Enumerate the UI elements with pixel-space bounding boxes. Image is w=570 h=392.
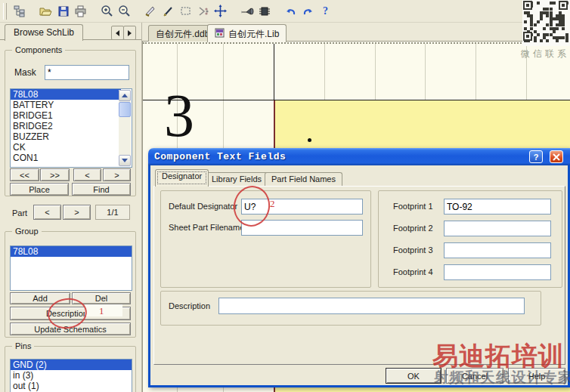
qr-code [522,0,570,46]
find-button[interactable]: Find [72,183,131,196]
move-cross-icon[interactable] [212,3,229,20]
footprint-fields-group: Footprint 1 Footprint 2 Footprint 3 Foot… [378,190,562,288]
scrollbar-thumb[interactable] [119,102,131,117]
description-input[interactable] [218,298,525,314]
components-group: Components Mask 78L08 BATTERY BRIDGE1 BR… [5,50,136,196]
footprint1-input[interactable] [444,199,551,215]
list-item[interactable]: BUZZER [11,131,132,142]
help-icon[interactable]: ? [317,3,334,20]
list-item[interactable]: BRIDGE2 [11,121,132,131]
doc-tab-label: 自创元件.ddb [156,28,209,41]
footprint3-input[interactable] [444,242,551,258]
list-item[interactable]: BRIDGE1 [11,110,132,121]
list-item[interactable]: 78L08 [11,89,121,100]
junction-dot [308,138,311,142]
components-scrollbar[interactable] [119,90,131,166]
annotation-step-2: 2 [270,198,275,210]
nav-prev-button[interactable]: < [73,168,101,181]
list-item[interactable]: in (3) [11,370,132,381]
description-group: Description [160,291,541,326]
mask-label: Mask [14,67,36,78]
footprint4-label: Footprint 4 [393,267,433,276]
tab-browse-schlib[interactable]: Browse SchLib [5,24,83,41]
watermark-tagline: 射频和天线设计专家 [434,368,570,387]
part-next-button[interactable]: > [63,205,91,220]
sheet-part-filename-label: Sheet Part Filename [169,223,244,232]
list-item[interactable]: 78L08 [11,246,132,257]
list-item[interactable]: CK [11,142,132,153]
components-list[interactable]: 78L08 BATTERY BRIDGE1 BRIDGE2 BUZZER CK … [10,88,132,168]
close-icon [553,153,560,161]
nav-last-button[interactable]: >> [40,168,70,181]
right-arrow-icon [128,30,132,36]
toolbar-drag-handle[interactable] [3,3,7,20]
open-folder-icon[interactable] [37,3,54,20]
save-icon[interactable] [54,3,72,20]
tab-document-lib[interactable]: 自创元件.Lib [207,24,287,42]
zoom-out-icon[interactable] [116,3,133,20]
selection-rect-icon[interactable] [177,3,194,20]
list-item[interactable]: GND (2) [11,360,132,370]
default-designator-label: Default Designator [169,202,237,211]
tab-part-field-names[interactable]: Part Field Names [265,172,342,187]
draw-line-icon[interactable] [160,3,177,20]
browse-panel: Browse SchLib Components Mask 78L08 BATT… [0,23,142,392]
place-button[interactable]: Place [10,183,69,196]
dialog-titlebar[interactable]: Component Text Fields [148,148,570,165]
footprint2-label: Footprint 2 [393,224,433,233]
library-doc-icon [215,27,225,38]
scroll-down-button[interactable] [119,155,131,166]
part-prev-button[interactable]: < [33,205,61,220]
panel-tab-scroll-left[interactable] [111,26,124,40]
group-group-label: Group [12,227,42,236]
down-arrow-icon [122,159,128,162]
zone-border-line [274,44,274,100]
annotation-step-1: 1 [99,305,104,317]
pins-list[interactable]: GND (2) in (3) out (1) [10,359,132,392]
pins-group-label: Pins [12,341,34,350]
ic-chip-icon[interactable] [256,3,273,20]
horn-icon[interactable] [238,3,256,20]
footprint4-input[interactable] [444,264,551,280]
undo-icon[interactable] [282,3,299,20]
sheet-border-dotted [143,42,570,44]
align-dots-icon[interactable] [194,3,212,20]
dialog-help-button[interactable]: ? [529,150,543,163]
group-list[interactable]: 78L08 [10,245,132,291]
footprint3-label: Footprint 3 [393,245,433,255]
app-window: ? Browse SchLib Components Mask 78L08 BA… [0,0,570,392]
cutter-icon[interactable] [142,3,160,20]
tab-designator[interactable]: Designator [155,169,209,187]
part-position: 1/1 [95,205,130,220]
pins-group: Pins GND (2) in (3) out (1) [5,346,136,392]
footprint1-label: Footprint 1 [393,202,433,211]
print-icon[interactable] [72,3,89,20]
help-glyph: ? [323,5,328,17]
dialog-close-button[interactable] [550,150,563,163]
panel-tab-scroll-right[interactable] [123,26,136,40]
description-label: Description [169,301,210,310]
nav-first-button[interactable]: << [10,168,39,181]
browse-tree-icon[interactable] [11,3,28,20]
components-group-label: Components [12,45,65,54]
up-arrow-icon [122,94,128,97]
list-item[interactable]: out (1) [11,381,132,391]
main-toolbar: ? [0,0,570,23]
left-arrow-icon [116,30,119,36]
footprint2-input[interactable] [444,221,551,236]
list-item[interactable]: BATTERY [11,100,132,110]
redo-icon[interactable] [299,3,317,20]
zoom-in-icon[interactable] [98,3,116,20]
part-label: Part [12,208,27,218]
nav-next-button[interactable]: > [103,168,131,181]
qr-caption: 微信联系 [521,48,570,60]
doc-tab-label: 自创元件.Lib [228,27,279,41]
scroll-up-button[interactable] [119,90,131,101]
list-item[interactable]: CON1 [11,153,132,163]
sheet-zone-number: 3 [164,85,194,146]
tab-library-fields[interactable]: Library Fields [205,172,268,187]
mask-input[interactable] [45,65,129,80]
dialog-title: Component Text Fields [148,151,286,162]
qr-code-block: 微信联系 [518,0,570,60]
